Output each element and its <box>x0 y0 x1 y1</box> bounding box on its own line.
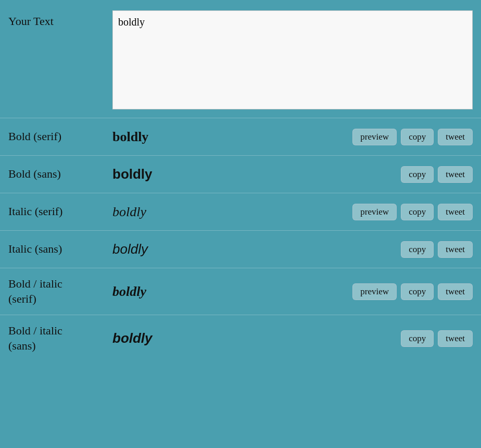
row-bold-sans: Bold (sans)boldlycopytweet <box>0 155 481 193</box>
row-text-italic-serif: boldly <box>112 204 352 220</box>
row-italic-serif: Italic (serif)boldlypreviewcopytweet <box>0 193 481 230</box>
row-label-bold-sans: Bold (sans) <box>8 167 112 182</box>
row-bold-italic-serif: Bold / italic(serif)boldlypreviewcopytwe… <box>0 268 481 315</box>
preview-button-bold-serif[interactable]: preview <box>352 129 397 145</box>
tweet-button-bold-serif[interactable]: tweet <box>438 129 473 145</box>
row-bold-serif: Bold (serif)boldlypreviewcopytweet <box>0 118 481 155</box>
copy-button-bold-serif[interactable]: copy <box>401 129 434 145</box>
row-actions-bold-sans: copytweet <box>401 166 473 183</box>
row-text-bold-serif: boldly <box>112 129 352 145</box>
row-text-bold-sans: boldly <box>112 166 401 182</box>
row-actions-bold-serif: previewcopytweet <box>352 129 473 145</box>
rows-container: Bold (serif)boldlypreviewcopytweetBold (… <box>0 118 481 362</box>
input-section: Your Text boldly <box>0 0 481 118</box>
row-label-bold-italic-sans: Bold / italic(sans) <box>8 323 112 353</box>
tweet-button-bold-italic-sans[interactable]: tweet <box>438 330 473 347</box>
tweet-button-bold-sans[interactable]: tweet <box>438 166 473 183</box>
preview-button-italic-serif[interactable]: preview <box>352 204 397 220</box>
row-label-bold-serif: Bold (serif) <box>8 129 112 144</box>
text-input[interactable]: boldly <box>112 10 473 109</box>
row-label-italic-serif: Italic (serif) <box>8 204 112 219</box>
row-text-bold-italic-sans: boldly <box>112 330 401 346</box>
copy-button-italic-serif[interactable]: copy <box>401 204 434 220</box>
row-label-bold-italic-serif: Bold / italic(serif) <box>8 277 112 306</box>
tweet-button-bold-italic-serif[interactable]: tweet <box>438 283 473 300</box>
your-text-label: Your Text <box>8 10 112 28</box>
tweet-button-italic-serif[interactable]: tweet <box>438 204 473 220</box>
copy-button-bold-sans[interactable]: copy <box>401 166 434 183</box>
row-actions-bold-italic-serif: previewcopytweet <box>352 283 473 300</box>
row-italic-sans: Italic (sans)boldlycopytweet <box>0 230 481 268</box>
tweet-button-italic-sans[interactable]: tweet <box>438 241 473 258</box>
copy-button-italic-sans[interactable]: copy <box>401 241 434 258</box>
row-text-italic-sans: boldly <box>112 241 401 257</box>
copy-button-bold-italic-sans[interactable]: copy <box>401 330 434 347</box>
row-text-bold-italic-serif: boldly <box>112 284 352 300</box>
row-label-italic-sans: Italic (sans) <box>8 242 112 257</box>
row-bold-italic-sans: Bold / italic(sans)boldlycopytweet <box>0 315 481 362</box>
row-actions-italic-sans: copytweet <box>401 241 473 258</box>
row-actions-italic-serif: previewcopytweet <box>352 204 473 220</box>
preview-button-bold-italic-serif[interactable]: preview <box>352 283 397 300</box>
row-actions-bold-italic-sans: copytweet <box>401 330 473 347</box>
copy-button-bold-italic-serif[interactable]: copy <box>401 283 434 300</box>
